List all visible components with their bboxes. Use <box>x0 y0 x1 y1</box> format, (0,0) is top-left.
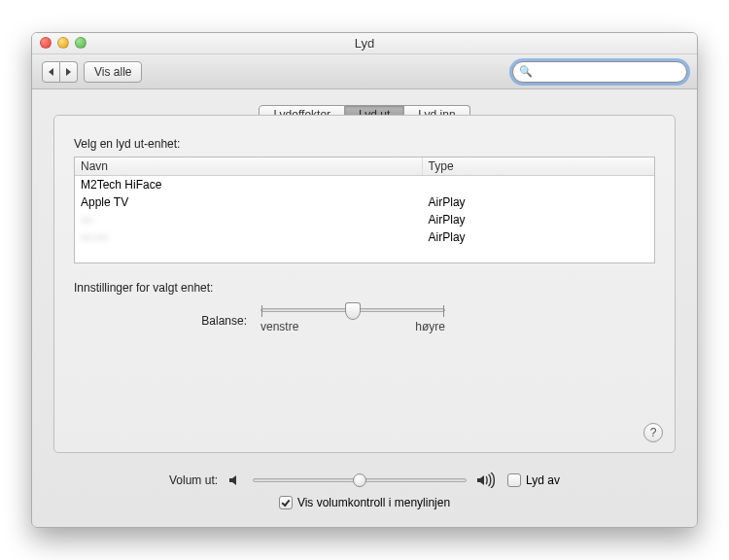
balance-endpoint-labels: venstre høyre <box>260 320 445 333</box>
checkbox-box <box>507 473 521 487</box>
table-header: Navn Type <box>75 158 654 176</box>
device-type: AirPlay <box>423 228 654 246</box>
table-row[interactable]: — — AirPlay <box>75 228 654 246</box>
checkmark-icon <box>281 497 290 506</box>
volume-row: Volum ut: Lyd av <box>53 472 676 488</box>
footer: Volum ut: Lyd av Vis volumkontroll i men… <box>32 463 697 527</box>
toolbar: Vis alle 🔍 <box>32 54 697 89</box>
show-all-button[interactable]: Vis alle <box>84 61 142 83</box>
table-row[interactable]: — AirPlay <box>75 211 654 228</box>
balance-track <box>260 308 445 312</box>
device-name: M2Tech HiFace <box>75 176 423 193</box>
help-icon: ? <box>650 426 657 439</box>
speaker-min-icon <box>227 472 243 488</box>
show-all-label: Vis alle <box>94 65 131 79</box>
show-volume-menubar-label: Vis volumkontroll i menylinjen <box>297 496 450 509</box>
balance-row: Balanse: venstre høyre <box>191 308 655 333</box>
chevron-left-icon <box>49 68 53 76</box>
column-header-name[interactable]: Navn <box>75 158 423 175</box>
search-input[interactable] <box>537 65 680 79</box>
device-table[interactable]: Navn Type M2Tech HiFace Apple TV AirPlay… <box>74 157 655 263</box>
search-icon: 🔍 <box>519 65 533 78</box>
titlebar: Lyd <box>32 33 697 54</box>
balance-right-label: høyre <box>415 320 445 333</box>
mute-label: Lyd av <box>526 473 560 487</box>
balance-left-label: venstre <box>260 320 298 333</box>
chevron-right-icon <box>66 68 71 76</box>
traffic-lights <box>40 37 87 49</box>
table-body: M2Tech HiFace Apple TV AirPlay — AirPlay… <box>75 176 654 246</box>
search-field[interactable]: 🔍 <box>512 61 687 83</box>
minimize-icon[interactable] <box>57 37 69 49</box>
table-row[interactable]: Apple TV AirPlay <box>75 193 654 211</box>
volume-slider[interactable] <box>253 478 467 482</box>
body: Lydeffekter Lyd ut Lyd inn Velg en lyd u… <box>32 89 697 463</box>
help-button[interactable]: ? <box>643 423 663 442</box>
sound-preferences-window: Lyd Vis alle 🔍 Lydeffekter Lyd ut Lyd in… <box>31 32 698 528</box>
volume-track <box>253 478 467 482</box>
balance-slider[interactable]: venstre høyre <box>260 308 445 333</box>
balance-label: Balanse: <box>191 314 247 328</box>
zoom-icon[interactable] <box>75 37 87 49</box>
volume-label: Volum ut: <box>169 473 218 487</box>
window-title: Lyd <box>355 36 374 51</box>
back-button[interactable] <box>42 61 60 83</box>
mute-checkbox[interactable]: Lyd av <box>507 473 560 487</box>
checkbox-box <box>279 496 293 509</box>
volume-thumb[interactable] <box>353 473 366 487</box>
close-icon[interactable] <box>40 37 52 49</box>
settings-for-device-label: Innstillinger for valgt enhet: <box>74 281 655 295</box>
output-pane: Velg en lyd ut-enhet: Navn Type M2Tech H… <box>53 115 676 453</box>
device-type <box>423 183 654 187</box>
show-volume-menubar-checkbox[interactable]: Vis volumkontroll i menylinjen <box>279 496 450 509</box>
column-header-type[interactable]: Type <box>423 158 654 175</box>
forward-button[interactable] <box>60 61 78 83</box>
nav-buttons <box>42 61 78 83</box>
device-name: — <box>75 211 423 228</box>
device-name: Apple TV <box>75 193 423 211</box>
speaker-max-icon <box>476 472 498 488</box>
choose-device-label: Velg en lyd ut-enhet: <box>74 137 655 151</box>
device-type: AirPlay <box>423 193 654 211</box>
footer-row-2: Vis volumkontroll i menylinjen <box>53 496 676 509</box>
device-type: AirPlay <box>423 211 654 228</box>
table-row[interactable]: M2Tech HiFace <box>75 176 654 193</box>
balance-thumb[interactable] <box>345 302 361 320</box>
device-name: — — <box>75 228 423 246</box>
